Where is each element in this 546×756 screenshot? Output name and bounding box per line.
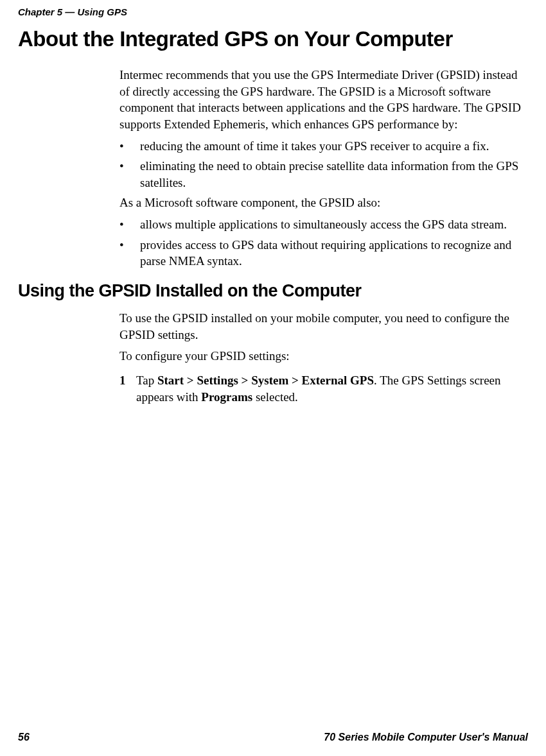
bullet-icon: • bbox=[119, 138, 124, 155]
step-text-bold-path: Start > Settings > System > External GPS bbox=[157, 374, 374, 387]
step-text-post: selected. bbox=[252, 390, 298, 404]
body-block-2: To use the GPSID installed on your mobil… bbox=[119, 310, 528, 405]
step-item: 1 Tap Start > Settings > System > Extern… bbox=[119, 372, 528, 405]
list-item-text: provides access to GPS data without requ… bbox=[140, 238, 511, 268]
intro-paragraph: Intermec recommends that you use the GPS… bbox=[119, 67, 528, 133]
list-item: • reducing the amount of time it takes y… bbox=[119, 138, 528, 155]
body-block-1: Intermec recommends that you use the GPS… bbox=[119, 67, 528, 270]
steps-list: 1 Tap Start > Settings > System > Extern… bbox=[119, 372, 528, 405]
step-text-pre: Tap bbox=[136, 374, 157, 387]
list-item-text: allows multiple applications to simultan… bbox=[140, 218, 507, 231]
list-item-text: eliminating the need to obtain precise s… bbox=[140, 159, 518, 189]
main-content: About the Integrated GPS on Your Compute… bbox=[18, 27, 528, 410]
step-text-bold-programs: Programs bbox=[201, 390, 252, 404]
list-item: • allows multiple applications to simult… bbox=[119, 216, 528, 233]
bullet-list-1: • reducing the amount of time it takes y… bbox=[119, 138, 528, 191]
list-item-text: reducing the amount of time it takes you… bbox=[140, 139, 489, 153]
list-item: • provides access to GPS data without re… bbox=[119, 237, 528, 270]
bullet-icon: • bbox=[119, 158, 124, 175]
para-use-gpsid: To use the GPSID installed on your mobil… bbox=[119, 310, 528, 343]
manual-title: 70 Series Mobile Computer User's Manual bbox=[324, 732, 528, 743]
section-title-about-gps: About the Integrated GPS on Your Compute… bbox=[18, 27, 528, 51]
para-configure: To configure your GPSID settings: bbox=[119, 348, 528, 365]
bullet-list-2: • allows multiple applications to simult… bbox=[119, 216, 528, 270]
list-item: • eliminating the need to obtain precise… bbox=[119, 158, 528, 191]
page-footer: 56 70 Series Mobile Computer User's Manu… bbox=[18, 732, 528, 743]
mid-paragraph: As a Microsoft software component, the G… bbox=[119, 194, 528, 211]
section-title-using-gpsid: Using the GPSID Installed on the Compute… bbox=[18, 281, 528, 301]
page-header: Chapter 5 — Using GPS bbox=[18, 6, 127, 17]
page-number: 56 bbox=[18, 732, 30, 743]
step-number: 1 bbox=[119, 372, 126, 389]
bullet-icon: • bbox=[119, 216, 124, 233]
bullet-icon: • bbox=[119, 237, 124, 253]
chapter-label: Chapter 5 — Using GPS bbox=[18, 6, 127, 17]
